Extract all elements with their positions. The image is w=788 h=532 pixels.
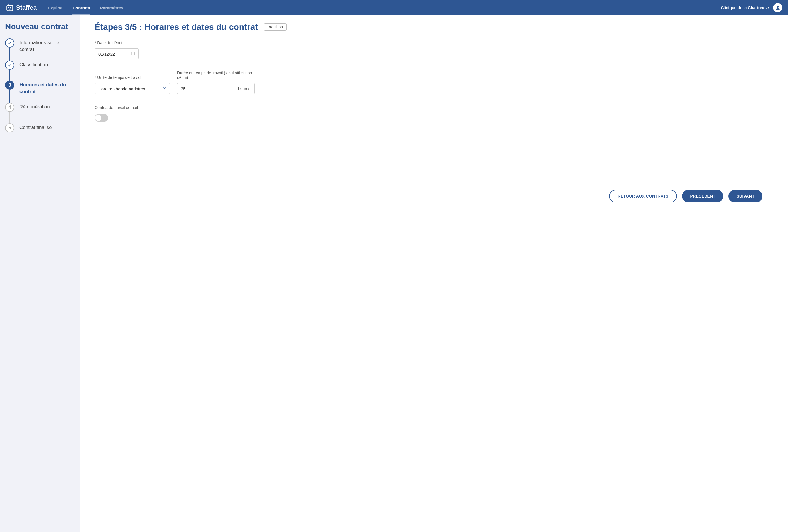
svg-point-3 <box>8 7 9 8</box>
nav-team[interactable]: Équipe <box>48 0 62 15</box>
main-nav: Équipe Contrats Paramètres <box>48 0 123 15</box>
wizard-step-5[interactable]: 5 Contrat finalisé <box>5 123 80 138</box>
step-number: 5 <box>5 123 14 132</box>
night-work-label: Contrat de travail de nuit <box>95 105 774 110</box>
start-date-input[interactable]: 01/12/22 <box>95 48 139 59</box>
duration-unit: heures <box>234 83 255 94</box>
wizard-step-2[interactable]: Classification <box>5 61 80 81</box>
svg-rect-0 <box>7 5 13 11</box>
night-work-toggle[interactable] <box>95 114 108 122</box>
previous-button[interactable]: PRÉCÉDENT <box>682 190 723 202</box>
duration-label: Durée du temps de travail (facultatif si… <box>177 70 256 80</box>
nav-contracts[interactable]: Contrats <box>72 0 90 15</box>
svg-point-5 <box>777 6 779 8</box>
back-to-contracts-button[interactable]: RETOUR AUX CONTRATS <box>609 190 677 202</box>
step-number: 4 <box>5 103 14 112</box>
main-content: Étapes 3/5 : Horaires et dates du contra… <box>80 15 788 532</box>
chevron-down-icon <box>162 86 166 91</box>
app-header: Staffea Équipe Contrats Paramètres Clini… <box>0 0 788 15</box>
svg-rect-6 <box>131 52 135 55</box>
user-avatar[interactable] <box>773 3 782 12</box>
brand-logo: Staffea <box>6 4 37 12</box>
check-icon <box>5 61 14 70</box>
step-number: 3 <box>5 81 14 90</box>
wizard-step-1[interactable]: Informations sur le contrat <box>5 38 80 61</box>
nav-settings[interactable]: Paramètres <box>100 0 123 15</box>
wizard-step-4[interactable]: 4 Rémunération <box>5 103 80 123</box>
status-badge: Brouillon <box>264 23 287 31</box>
brand-text: Staffea <box>16 4 37 12</box>
time-unit-select[interactable]: Horaires hebdomadaires <box>95 83 170 94</box>
org-name: Clinique de la Chartreuse <box>721 5 769 10</box>
next-button[interactable]: SUIVANT <box>728 190 762 202</box>
calendar-smile-icon <box>6 4 14 12</box>
check-icon <box>5 38 14 47</box>
calendar-icon <box>131 51 135 57</box>
svg-point-4 <box>11 7 11 8</box>
wizard-step-3[interactable]: 3 Horaires et dates du contrat <box>5 81 80 103</box>
wizard-sidebar: Nouveau contrat Informations sur le cont… <box>0 15 80 532</box>
time-unit-label: Unité de temps de travail <box>95 75 170 80</box>
duration-input[interactable]: 35 <box>177 83 234 94</box>
page-title: Étapes 3/5 : Horaires et dates du contra… <box>95 22 258 32</box>
sidebar-title: Nouveau contrat <box>5 22 80 31</box>
start-date-label: Date de début <box>95 40 139 45</box>
